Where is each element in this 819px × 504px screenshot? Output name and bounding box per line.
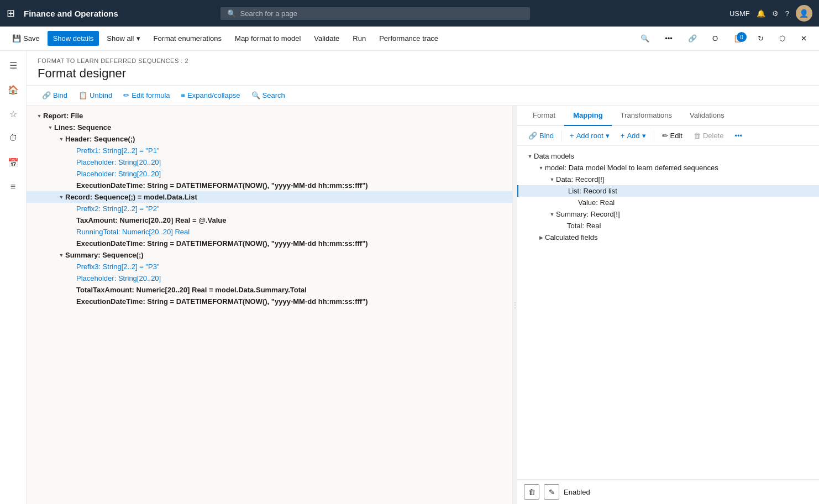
status-enabled-text: Enabled [564,488,590,496]
add-icon: + [621,132,625,140]
format-enumerations-button[interactable]: Format enumerations [148,31,228,46]
tree-toggle-icon[interactable]: ▼ [57,136,65,142]
save-button[interactable]: 💾 Save [7,31,45,46]
format-tree-item-execdate3[interactable]: ExecutionDateTime: String = DATETIMEFORM… [27,296,512,307]
model-toggle-icon[interactable]: ▼ [548,212,556,217]
format-tree-item-runningtotal[interactable]: RunningTotal: Numeric[20..20] Real [27,226,512,238]
tree-toggle-icon[interactable]: ▼ [57,195,65,200]
format-tree-item-summary[interactable]: ▼Summary: Sequence(;) [27,249,512,261]
tree-item-text: Lines: Sequence [54,123,111,132]
model-tab-transformations[interactable]: Transformations [612,106,681,126]
gear-icon[interactable]: ⚙ [772,9,779,18]
badge-button[interactable]: 0 📋 [728,31,748,46]
refresh-button[interactable]: ↻ [752,31,769,46]
model-tab-validations[interactable]: Validations [681,106,733,126]
model-tree-item-total_real[interactable]: Total: Real [517,220,819,232]
office-icon[interactable]: O [707,31,723,46]
model-tree-item-value_real[interactable]: Value: Real [517,197,819,208]
run-button[interactable]: Run [347,31,371,46]
add-label: Add [627,132,639,140]
tree-toggle-icon[interactable]: ▼ [57,253,65,258]
add-button[interactable]: + Add ▾ [616,129,650,142]
model-tree-item-data_models[interactable]: ▼Data models [517,150,819,162]
model-toggle-icon[interactable]: ▼ [526,154,534,159]
model-bind-button[interactable]: 🔗 Bind [524,129,558,142]
model-tree: ▼Data models▼model: Data model Model to … [517,146,819,479]
performance-trace-button[interactable]: Performance trace [374,31,444,46]
status-delete-button[interactable]: 🗑 [524,484,539,500]
model-toggle-icon[interactable]: ▶ [537,235,545,240]
format-tree-item-prefix3[interactable]: Prefix3: String[2..2] = "P3" [27,261,512,272]
format-tree-item-prefix1[interactable]: Prefix1: String[2..2] = "P1" [27,145,512,156]
model-tab-format[interactable]: Format [524,106,564,126]
model-item-text: Data: Record[!] [556,175,604,183]
model-toggle-icon[interactable]: ▼ [537,165,545,171]
sidebar-calendar-icon[interactable]: 📅 [3,153,23,172]
save-icon: 💾 [12,34,21,43]
format-tree-item-placeholder1[interactable]: Placeholder: String[20..20] [27,156,512,168]
format-tree-item-placeholder3[interactable]: Placeholder: String[20..20] [27,272,512,284]
app-grid-icon[interactable]: ⊞ [7,7,15,19]
format-tree-item-header[interactable]: ▼Header: Sequence(;) [27,133,512,145]
show-details-button[interactable]: Show details [48,31,99,46]
unbind-tool-button[interactable]: 📋 Unbind [74,89,117,102]
model-item-text: Total: Real [567,222,601,230]
format-tree-item-record[interactable]: ▼Record: Sequence(;) = model.Data.List [27,191,512,203]
chevron-down-icon: ▾ [136,34,140,43]
tree-toggle-icon[interactable]: ▼ [35,113,43,119]
global-search-bar[interactable]: 🔍 [221,7,530,20]
validate-button[interactable]: Validate [308,31,345,46]
show-all-button[interactable]: Show all ▾ [101,31,145,46]
model-tree-item-summary_record[interactable]: ▼Summary: Record[!] [517,208,819,220]
open-new-tab-button[interactable]: ⬡ [774,31,791,46]
more-button[interactable]: ••• [659,31,678,46]
model-tab-mapping[interactable]: Mapping [564,106,611,126]
model-tree-item-data_record[interactable]: ▼Data: Record[!] [517,174,819,185]
resize-handle[interactable] [513,106,517,504]
delete-button[interactable]: 🗑 Delete [689,129,728,142]
tree-toggle-icon[interactable]: ▼ [46,125,54,130]
more-model-button[interactable]: ••• [731,129,747,142]
model-tabs: FormatMappingTransformationsValidations [517,106,819,126]
close-button[interactable]: ✕ [795,31,812,46]
sidebar-list-icon[interactable]: ≡ [3,177,23,197]
map-format-label: Map format to model [235,34,301,43]
format-tree-item-taxamount[interactable]: TaxAmount: Numeric[20..20] Real = @.Valu… [27,214,512,226]
format-tree-item-prefix2[interactable]: Prefix2: String[2..2] = "P2" [27,203,512,214]
model-tree-item-list_record[interactable]: List: Record list [517,185,819,197]
breadcrumb: FORMAT TO LEARN DEFERRED SEQUENCES : 2 [38,57,808,64]
format-tree-item-execdate2[interactable]: ExecutionDateTime: String = DATETIMEFORM… [27,238,512,249]
show-details-label: Show details [53,34,94,43]
connect-icon[interactable]: 🔗 [683,31,702,46]
search-button-cmd[interactable]: 🔍 [635,31,655,46]
sidebar-hamburger-icon[interactable]: ☰ [3,55,23,75]
tree-item-text: Summary: Sequence(;) [65,251,144,259]
edit-button[interactable]: ✏ Edit [658,129,687,142]
sidebar-home-icon[interactable]: 🏠 [3,80,23,99]
edit-icon: ✏ [662,132,668,140]
status-edit-button[interactable]: ✎ [544,484,559,500]
bind-tool-button[interactable]: 🔗 Bind [38,89,72,102]
add-root-label: Add root [576,132,603,140]
format-tree-item-execdate1[interactable]: ExecutionDateTime: String = DATETIMEFORM… [27,180,512,191]
model-tree-item-calc_fields[interactable]: ▶Calculated fields [517,232,819,243]
expand-collapse-button[interactable]: ≡ Expand/collapse [177,89,245,102]
model-sep-1 [561,130,562,141]
format-tree-item-lines[interactable]: ▼Lines: Sequence [27,122,512,133]
search-tool-icon: 🔍 [251,91,260,99]
help-icon[interactable]: ? [785,9,789,18]
format-tree-item-placeholder2[interactable]: Placeholder: String[20..20] [27,168,512,180]
avatar[interactable]: 👤 [796,5,812,22]
model-tree-item-model_item[interactable]: ▼model: Data model Model to learn deferr… [517,162,819,174]
bell-icon[interactable]: 🔔 [757,9,765,18]
format-tree-item-report[interactable]: ▼Report: File [27,110,512,122]
add-root-button[interactable]: + Add root ▾ [565,129,614,142]
global-search-input[interactable] [240,9,523,18]
search-tool-button[interactable]: 🔍 Search [247,89,290,102]
sidebar-favorites-icon[interactable]: ☆ [3,104,23,124]
edit-formula-button[interactable]: ✏ Edit formula [119,89,174,102]
sidebar-recent-icon[interactable]: ⏱ [3,128,23,148]
model-toggle-icon[interactable]: ▼ [548,177,556,182]
map-format-button[interactable]: Map format to model [229,31,306,46]
format-tree-item-totaltax[interactable]: TotalTaxAmount: Numeric[20..20] Real = m… [27,284,512,296]
